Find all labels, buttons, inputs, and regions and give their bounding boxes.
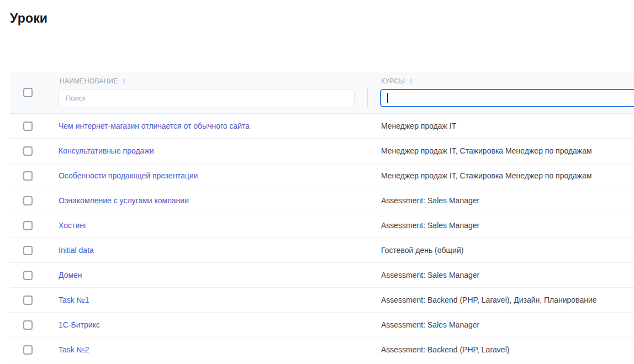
sort-down-icon: ▼ bbox=[409, 81, 413, 85]
row-check-cell bbox=[10, 296, 59, 305]
table-row: Чем интернет-магазин отличается от обычн… bbox=[10, 114, 634, 139]
row-name-cell: Ознакомление с услугами компании bbox=[59, 196, 380, 205]
row-check-cell bbox=[10, 196, 59, 205]
lesson-courses: Assessment: Backend (PHP, Laravel) bbox=[381, 345, 509, 354]
lesson-courses: Менеджер продаж IT, Стажировка Менеджер … bbox=[381, 171, 592, 180]
row-name-cell: Чем интернет-магазин отличается от обычн… bbox=[59, 121, 380, 131]
row-courses-cell: Assessment: Sales Manager bbox=[380, 220, 634, 230]
row-name-cell: Task №1 bbox=[59, 295, 380, 305]
lesson-link[interactable]: Task №1 bbox=[59, 296, 89, 304]
name-filter-input[interactable] bbox=[59, 89, 355, 107]
row-checkbox[interactable] bbox=[23, 171, 33, 181]
row-courses-cell: Гостевой день (общий) bbox=[380, 245, 634, 255]
column-name: НАИМЕНОВАНИЕ ▲ ▼ bbox=[59, 72, 367, 113]
text-caret bbox=[387, 93, 388, 103]
column-header-name-label: НАИМЕНОВАНИЕ bbox=[60, 77, 118, 85]
row-check-cell bbox=[10, 146, 59, 156]
table-row: Task №1 Assessment: Backend (PHP, Larave… bbox=[10, 288, 634, 313]
table-row: Домен Assessment: Sales Manager bbox=[10, 263, 634, 288]
row-name-cell: Task №2 bbox=[59, 345, 380, 355]
lesson-link[interactable]: 1С-Битрикс bbox=[59, 320, 100, 329]
lesson-link[interactable]: Хостинг bbox=[59, 221, 87, 230]
row-courses-cell: Assessment: Backend (PHP, Laravel), Диза… bbox=[380, 295, 634, 305]
courses-filter-input[interactable] bbox=[380, 89, 634, 107]
table-row: Task №2 Assessment: Backend (PHP, Larave… bbox=[10, 337, 634, 362]
lesson-link[interactable]: Initial data bbox=[59, 246, 94, 255]
row-checkbox[interactable] bbox=[23, 221, 33, 230]
lesson-link[interactable]: Особенности продающей презентации bbox=[59, 171, 198, 180]
table-row: Initial data Гостевой день (общий) bbox=[10, 238, 634, 263]
row-name-cell: Хостинг bbox=[59, 220, 380, 230]
table-body: Чем интернет-магазин отличается от обычн… bbox=[10, 114, 634, 362]
row-check-cell bbox=[10, 171, 59, 181]
page-title: Уроки bbox=[10, 11, 634, 26]
column-divider bbox=[367, 72, 380, 113]
table-header: НАИМЕНОВАНИЕ ▲ ▼ КУРСЫ ▲ ▼ bbox=[10, 72, 634, 114]
select-all-cell bbox=[10, 72, 59, 113]
courses-filter-wrap bbox=[380, 89, 634, 107]
row-checkbox[interactable] bbox=[23, 196, 33, 205]
row-name-cell: Консультативные продажи bbox=[59, 146, 380, 156]
row-checkbox[interactable] bbox=[23, 345, 33, 355]
row-check-cell bbox=[10, 246, 59, 255]
row-checkbox[interactable] bbox=[23, 146, 33, 156]
lesson-link[interactable]: Чем интернет-магазин отличается от обычн… bbox=[59, 122, 250, 130]
lesson-courses: Assessment: Sales Manager bbox=[381, 196, 479, 205]
row-courses-cell: Assessment: Sales Manager bbox=[380, 320, 634, 330]
column-header-name[interactable]: НАИМЕНОВАНИЕ ▲ ▼ bbox=[60, 77, 367, 85]
row-check-cell bbox=[10, 320, 59, 330]
lesson-link[interactable]: Task №2 bbox=[59, 345, 89, 354]
row-checkbox[interactable] bbox=[23, 271, 33, 280]
lesson-courses: Assessment: Sales Manager bbox=[381, 320, 479, 329]
table-row: Ознакомление с услугами компании Assessm… bbox=[10, 188, 634, 213]
column-header-courses-label: КУРСЫ bbox=[381, 77, 405, 85]
row-name-cell: Особенности продающей презентации bbox=[59, 171, 380, 181]
row-courses-cell: Assessment: Sales Manager bbox=[380, 196, 634, 205]
lessons-table: НАИМЕНОВАНИЕ ▲ ▼ КУРСЫ ▲ ▼ bbox=[10, 72, 634, 362]
row-name-cell: Домен bbox=[59, 270, 380, 280]
row-courses-cell: Assessment: Sales Manager bbox=[380, 270, 634, 280]
row-check-cell bbox=[10, 122, 59, 131]
row-checkbox[interactable] bbox=[23, 320, 33, 330]
table-row: Хостинг Assessment: Sales Manager bbox=[10, 213, 634, 238]
row-courses-cell: Менеджер продаж IT, Стажировка Менеджер … bbox=[380, 171, 634, 181]
lesson-link[interactable]: Домен bbox=[59, 271, 82, 279]
select-all-checkbox[interactable] bbox=[23, 88, 33, 97]
column-header-courses[interactable]: КУРСЫ ▲ ▼ bbox=[381, 77, 634, 85]
row-name-cell: Initial data bbox=[59, 245, 380, 255]
lesson-link[interactable]: Ознакомление с услугами компании bbox=[59, 196, 189, 205]
column-courses: КУРСЫ ▲ ▼ bbox=[380, 72, 634, 113]
row-check-cell bbox=[10, 345, 59, 355]
table-row: Особенности продающей презентации Менедж… bbox=[10, 163, 634, 188]
divider-line bbox=[367, 88, 368, 107]
lesson-link[interactable]: Консультативные продажи bbox=[59, 146, 154, 155]
row-check-cell bbox=[10, 221, 59, 230]
sort-icon[interactable]: ▲ ▼ bbox=[409, 78, 413, 85]
row-courses-cell: Менеджер продаж IT, Стажировка Менеджер … bbox=[380, 146, 634, 156]
row-courses-cell: Assessment: Backend (PHP, Laravel) bbox=[380, 345, 634, 355]
row-checkbox[interactable] bbox=[23, 122, 33, 131]
lesson-courses: Гостевой день (общий) bbox=[381, 246, 463, 255]
table-row: Консультативные продажи Менеджер продаж … bbox=[10, 139, 634, 163]
lesson-courses: Assessment: Sales Manager bbox=[381, 271, 479, 279]
row-checkbox[interactable] bbox=[23, 296, 33, 305]
lesson-courses: Assessment: Sales Manager bbox=[381, 221, 479, 230]
sort-icon[interactable]: ▲ ▼ bbox=[122, 78, 126, 85]
lesson-courses: Менеджер продаж IT, Стажировка Менеджер … bbox=[381, 146, 592, 155]
lesson-courses: Менеджер продаж IT bbox=[381, 122, 456, 130]
lesson-courses: Assessment: Backend (PHP, Laravel), Диза… bbox=[381, 296, 597, 304]
row-name-cell: 1С-Битрикс bbox=[59, 320, 380, 330]
row-courses-cell: Менеджер продаж IT bbox=[380, 121, 634, 131]
table-row: 1С-Битрикс Assessment: Sales Manager bbox=[10, 313, 634, 337]
row-checkbox[interactable] bbox=[23, 246, 33, 255]
sort-down-icon: ▼ bbox=[122, 81, 126, 85]
row-check-cell bbox=[10, 271, 59, 280]
